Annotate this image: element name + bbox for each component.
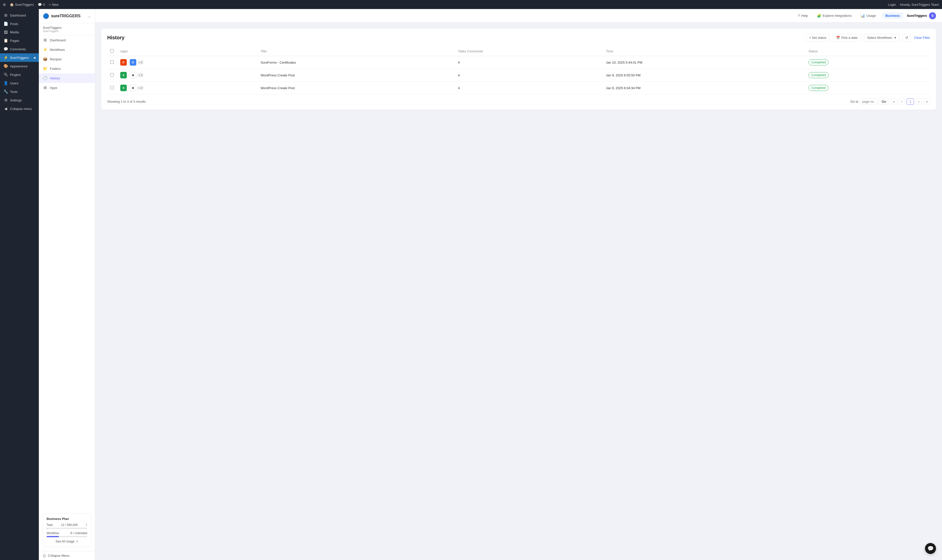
sidebar-item-plugins[interactable]: 🔌 Plugins: [0, 70, 39, 79]
st-dropdown-toggle[interactable]: ⌄: [88, 14, 91, 18]
chat-icon: 💬: [927, 546, 934, 551]
admin-site-name[interactable]: 🏠 SureTriggers: [10, 3, 34, 6]
row-checkbox-cell: [107, 69, 117, 82]
apps-more-badge: + 2: [137, 60, 144, 65]
clear-filter-button[interactable]: Clear Filter: [914, 36, 930, 40]
help-button[interactable]: ? Help: [795, 12, 810, 19]
table-header-status: Status: [805, 46, 930, 56]
sidebar-item-label: SureTriggers: [10, 56, 29, 60]
see-all-usage-link[interactable]: See All Usage ↗: [46, 540, 87, 543]
row-checkbox[interactable]: [110, 60, 114, 64]
sidebar-item-appearance[interactable]: 🎨 Appearance: [0, 62, 39, 70]
st-nav-label: Recipes: [50, 57, 62, 61]
first-page-button[interactable]: «: [891, 98, 897, 105]
admin-comments[interactable]: 💬 0: [38, 3, 45, 6]
collapse-menu-btn[interactable]: ◫ Collapse Menu: [39, 551, 95, 560]
pagination-controls: Go to Go « ‹ 1 › »: [850, 98, 930, 105]
table-header-title: Title: [257, 46, 455, 56]
sidebar-item-collapse[interactable]: ◀ Collapse menu: [0, 105, 39, 113]
workflows-nav-icon: ⚡: [43, 47, 47, 52]
row-time-cell: Jan 10, 2025 5:44:01 PM: [603, 56, 806, 69]
st-nav-label: History: [50, 76, 60, 80]
chat-bubble-button[interactable]: 💬: [925, 543, 936, 554]
sidebar-item-posts[interactable]: 📄 Posts: [0, 20, 39, 28]
settings-icon: ⚙: [3, 98, 8, 102]
sidebar-item-dashboard[interactable]: ⊞ Dashboard: [0, 11, 39, 20]
st-nav-recipes[interactable]: 📦 Recipes: [39, 54, 95, 64]
st-nav-apps[interactable]: ⊞ Apps: [39, 83, 95, 92]
history-nav-icon: 🕐: [43, 76, 47, 80]
st-account-name: SureTriggers: [43, 26, 62, 29]
admin-login[interactable]: Login: [888, 3, 896, 6]
row-apps-cell: F › D + 2: [117, 56, 257, 69]
st-nav-history[interactable]: 🕐 History: [39, 73, 95, 83]
st-nav-dashboard[interactable]: ⊞ Dashboard: [39, 35, 95, 45]
sidebar-item-suretriggers[interactable]: ⚡ SureTriggers ◀: [0, 53, 39, 62]
dashboard-icon: ⊞: [3, 13, 8, 17]
row-checkbox[interactable]: [110, 86, 114, 89]
sidebar-item-label: Appearance: [10, 65, 28, 68]
row-tasks-cell: 4: [455, 69, 603, 82]
page-number-input[interactable]: [860, 98, 877, 105]
sidebar-item-tools[interactable]: 🔧 Tools: [0, 88, 39, 96]
help-icon: ?: [798, 14, 800, 18]
sidebar-item-label: Media: [10, 30, 19, 34]
sidebar-item-comments[interactable]: 💬 Comments: [0, 45, 39, 53]
explore-integrations-button[interactable]: 🧩 Explore Integrations: [814, 12, 854, 19]
wp-logo[interactable]: ⊞: [3, 3, 6, 6]
users-icon: 👤: [3, 81, 8, 85]
st-nav-workflows[interactable]: ⚡ Workflows: [39, 45, 95, 54]
select-workflows-button[interactable]: Select Workflows ▾: [864, 34, 899, 42]
history-header: History + Set status 📅 Pick a date Selec…: [107, 34, 930, 42]
set-status-button[interactable]: + Set status: [806, 34, 830, 42]
st-nav-folders[interactable]: 📁 Folders: [39, 64, 95, 73]
sidebar-item-media[interactable]: 🖼 Media: [0, 28, 39, 36]
external-link-icon: ↗: [75, 540, 78, 543]
select-all-checkbox[interactable]: [110, 49, 114, 52]
pick-date-button[interactable]: 📅 Pick a date: [833, 34, 861, 42]
arrow-icon: ›: [128, 61, 129, 64]
row-checkbox-cell: [107, 56, 117, 69]
chatgpt-icon: ⊛: [130, 72, 136, 78]
table-header-checkbox: [107, 46, 117, 56]
st-logo-text: sureTRIGGERS: [51, 14, 80, 18]
table-header-tasks-consumed: Tasks Consumed: [455, 46, 603, 56]
sidebar-item-users[interactable]: 👤 Users: [0, 79, 39, 88]
status-badge: Completed: [808, 72, 828, 78]
suretriggers-icon: ⚡: [3, 55, 8, 60]
prev-page-button[interactable]: ‹: [899, 98, 905, 105]
sidebar-item-pages[interactable]: 📋 Pages: [0, 36, 39, 45]
refresh-icon: ↺: [905, 35, 908, 40]
collapse-icon: ◀: [3, 106, 8, 111]
last-page-button[interactable]: »: [924, 98, 930, 105]
sidebar-item-label: Settings: [10, 98, 22, 102]
sidebar-item-label: Dashboard: [10, 14, 26, 17]
sidebar-item-label: Collapse menu: [10, 107, 32, 111]
comments-icon: 💬: [3, 47, 8, 51]
go-button[interactable]: Go: [879, 98, 889, 105]
info-icon[interactable]: ℹ: [86, 523, 87, 527]
plan-task-value: 12 / 560,000: [61, 523, 78, 527]
usage-button[interactable]: 📊 Usage: [858, 12, 878, 19]
next-page-button[interactable]: ›: [916, 98, 922, 105]
row-apps-cell: S › ⊛ + 2: [117, 69, 257, 82]
business-plan-button[interactable]: Business: [882, 12, 903, 19]
admin-new[interactable]: + New: [49, 3, 58, 6]
google-sheets-icon: S: [120, 85, 127, 91]
sidebar-item-settings[interactable]: ⚙ Settings: [0, 96, 39, 105]
sidebar-item-label: Tools: [10, 90, 17, 94]
current-page: 1: [907, 98, 914, 105]
sidebar-item-label: Comments: [10, 47, 26, 51]
table-row: F › D + 2 SureForms - Certificates 4 Jan…: [107, 56, 930, 69]
folders-nav-icon: 📁: [43, 66, 47, 71]
sidebar-item-label: Plugins: [10, 73, 21, 77]
refresh-button[interactable]: ↺: [902, 34, 911, 42]
sidebar-item-label: Pages: [10, 39, 19, 43]
topbar-account-button[interactable]: SureTriggers S: [907, 12, 936, 19]
row-status-cell: Completed: [805, 69, 930, 82]
row-checkbox[interactable]: [110, 73, 114, 77]
apps-nav-icon: ⊞: [43, 85, 47, 90]
page-goto: Go to Go: [850, 98, 889, 105]
row-title-cell: WordPress Create Post: [257, 82, 455, 94]
row-title-cell: WordPress Create Post: [257, 69, 455, 82]
